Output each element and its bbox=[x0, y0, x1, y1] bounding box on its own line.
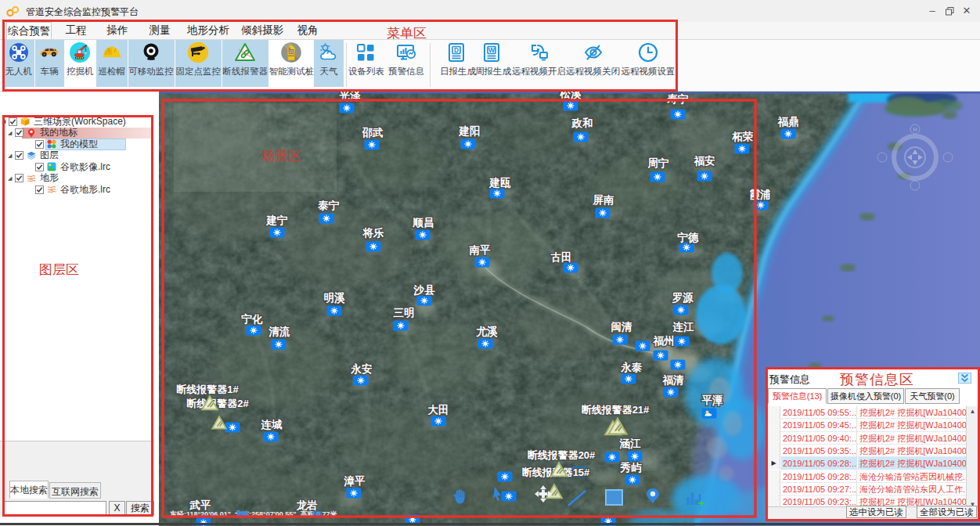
svg-text:福鼎: 福鼎 bbox=[777, 116, 799, 128]
svg-text:政和: 政和 bbox=[571, 117, 593, 129]
svg-text:永泰: 永泰 bbox=[621, 361, 643, 373]
svg-text:福安: 福安 bbox=[694, 155, 716, 167]
svg-text:涵江: 涵江 bbox=[619, 438, 642, 449]
svg-text:三明: 三明 bbox=[394, 307, 415, 319]
svg-text:周宁: 周宁 bbox=[647, 157, 670, 169]
svg-text:永安: 永安 bbox=[351, 362, 373, 375]
svg-text:古田: 古田 bbox=[551, 251, 572, 263]
svg-text:断线报警器2#: 断线报警器2# bbox=[186, 398, 249, 409]
svg-text:明溪: 明溪 bbox=[324, 292, 346, 304]
svg-text:罗源: 罗源 bbox=[672, 292, 694, 304]
svg-text:福清: 福清 bbox=[662, 374, 685, 386]
svg-text:柘荣: 柘荣 bbox=[732, 131, 755, 142]
svg-text:断线报警器20#: 断线报警器20# bbox=[528, 449, 596, 461]
svg-text:龙岩: 龙岩 bbox=[296, 499, 319, 511]
svg-text:泰宁: 泰宁 bbox=[318, 200, 340, 211]
svg-text:大田: 大田 bbox=[428, 404, 449, 416]
svg-text:邵武: 邵武 bbox=[362, 127, 384, 139]
svg-text:建瓯: 建瓯 bbox=[489, 177, 512, 189]
svg-text:连江: 连江 bbox=[672, 321, 695, 333]
svg-text:顺昌: 顺昌 bbox=[413, 217, 434, 229]
svg-text:平潭: 平潭 bbox=[701, 394, 724, 406]
svg-text:福州: 福州 bbox=[653, 335, 675, 347]
svg-text:H: H bbox=[913, 127, 917, 132]
svg-text:场景区: 场景区 bbox=[261, 149, 301, 164]
svg-text:建阳: 建阳 bbox=[459, 125, 481, 137]
svg-text:尤溪: 尤溪 bbox=[476, 326, 499, 338]
svg-text:断线报警器21#: 断线报警器21# bbox=[582, 404, 650, 416]
svg-text:武平: 武平 bbox=[189, 499, 212, 511]
svg-text:断线报警器1#: 断线报警器1# bbox=[176, 384, 239, 395]
svg-text:沙县: 沙县 bbox=[413, 284, 436, 296]
svg-text:秀屿: 秀屿 bbox=[620, 462, 643, 474]
svg-text:宁德: 宁德 bbox=[677, 232, 700, 243]
svg-text:霞浦: 霞浦 bbox=[750, 189, 771, 200]
svg-text:清流: 清流 bbox=[268, 326, 291, 337]
svg-text:将乐: 将乐 bbox=[362, 227, 384, 239]
svg-text:漳平: 漳平 bbox=[344, 475, 366, 487]
svg-text:连城: 连城 bbox=[261, 419, 283, 431]
svg-text:宁化: 宁化 bbox=[241, 313, 264, 325]
svg-text:南平: 南平 bbox=[469, 244, 492, 256]
svg-text:闽清: 闽清 bbox=[611, 321, 633, 333]
svg-text:屏南: 屏南 bbox=[593, 194, 615, 206]
svg-text:建宁: 建宁 bbox=[266, 214, 289, 226]
